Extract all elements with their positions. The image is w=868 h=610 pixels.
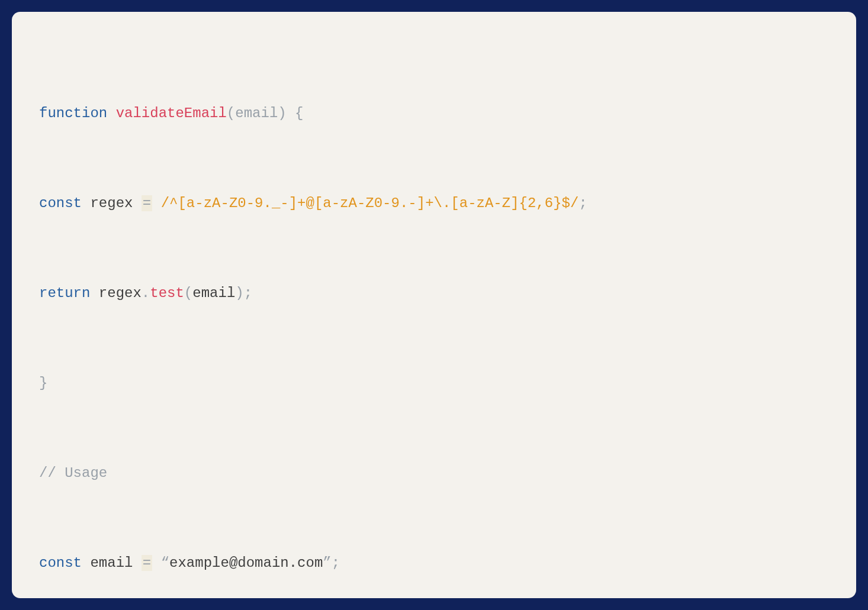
- var-regex: regex: [90, 195, 133, 211]
- var-email: email: [90, 555, 133, 571]
- param-email: email: [235, 105, 278, 121]
- kw-const: const: [39, 195, 82, 211]
- code-line-1: function validateEmail(email) {: [39, 91, 832, 136]
- code-line-5: // Usage: [39, 451, 832, 496]
- code-block: function validateEmail(email) { const re…: [39, 46, 832, 598]
- code-line-6: const email = “example@domain.com”;: [39, 541, 832, 586]
- kw-return: return: [39, 285, 90, 301]
- kw-const: const: [39, 555, 82, 571]
- comment-usage: // Usage: [39, 465, 107, 481]
- code-card: function validateEmail(email) { const re…: [12, 12, 856, 598]
- code-line-3: return regex.test(email);: [39, 271, 832, 316]
- fn-name: validateEmail: [116, 105, 227, 121]
- method-test: test: [150, 285, 184, 301]
- code-line-4: }: [39, 361, 832, 406]
- string-example: example@domain.com: [169, 555, 323, 571]
- kw-function: function: [39, 105, 107, 121]
- regex-literal: /^[a-zA-Z0-9._-]+@[a-zA-Z0-9.-]+\.[a-zA-…: [161, 195, 579, 211]
- code-line-2: const regex = /^[a-zA-Z0-9._-]+@[a-zA-Z0…: [39, 181, 832, 226]
